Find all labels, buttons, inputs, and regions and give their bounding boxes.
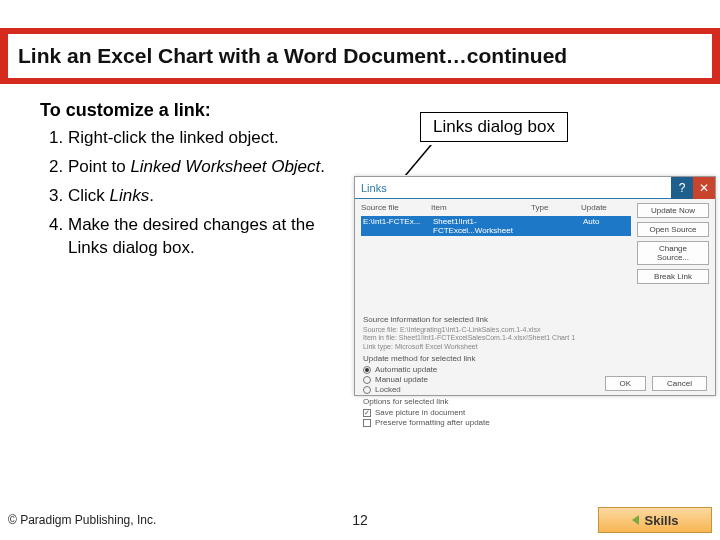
- help-icon[interactable]: ?: [671, 177, 693, 199]
- step-4: Make the desired changes at the Links di…: [68, 214, 350, 260]
- checkbox-icon: ✓: [363, 409, 371, 417]
- cancel-button[interactable]: Cancel: [652, 376, 707, 391]
- bg-frame-red: [140, 330, 182, 382]
- decorative-room: [0, 300, 260, 500]
- ok-button[interactable]: OK: [605, 376, 647, 391]
- step-3: Click Links.: [68, 185, 350, 208]
- dialog-footer: OK Cancel: [605, 376, 707, 391]
- step-1: Right-click the linked object.: [68, 127, 350, 150]
- bg-window: [0, 300, 120, 450]
- step-text-post: .: [320, 157, 325, 176]
- cell-item: Sheet1!Int1-FCTExcel...Worksheet: [433, 217, 533, 235]
- dialog-title: Links: [361, 182, 387, 194]
- check-save-picture[interactable]: ✓Save picture in document: [363, 408, 707, 417]
- check-preserve-formatting[interactable]: Preserve formatting after update: [363, 418, 707, 427]
- break-link-button[interactable]: Break Link: [637, 269, 709, 284]
- source-info-label: Source information for selected link: [363, 315, 707, 324]
- info-source-file: Source file: E:\Integrating1\Int1-C-Link…: [363, 326, 707, 334]
- radio-icon: [363, 366, 371, 374]
- step-text-em: Linked Worksheet Object: [130, 157, 320, 176]
- header-item: Item: [431, 203, 531, 212]
- bg-wall: [0, 260, 260, 460]
- open-source-button[interactable]: Open Source: [637, 222, 709, 237]
- title-band: Link an Excel Chart with a Word Document…: [0, 28, 720, 84]
- links-list: Source file Item Type Update E:\Int1-FCT…: [355, 199, 637, 313]
- radio-icon: [363, 376, 371, 384]
- update-method-label: Update method for selected link: [363, 354, 707, 363]
- info-item: Item in file: Sheet1!Int1-FCTExcelSalesC…: [363, 334, 707, 342]
- radio-label: Locked: [375, 385, 401, 394]
- slide-title: Link an Excel Chart with a Word Document…: [18, 44, 567, 68]
- step-text: Right-click the linked object.: [68, 128, 279, 147]
- content-block: To customize a link: Right-click the lin…: [40, 100, 350, 266]
- list-row-selected[interactable]: E:\Int1-FCTEx... Sheet1!Int1-FCTExcel...…: [361, 216, 631, 236]
- step-2: Point to Linked Worksheet Object.: [68, 156, 350, 179]
- bg-desk: [24, 454, 194, 466]
- title-band-inner: Link an Excel Chart with a Word Document…: [8, 34, 712, 78]
- bg-desk-leg: [178, 466, 182, 500]
- dialog-body: Source file Item Type Update E:\Int1-FCT…: [355, 199, 715, 313]
- header-type: Type: [531, 203, 581, 212]
- page-number: 12: [352, 512, 368, 528]
- dialog-lower: Source information for selected link Sou…: [355, 313, 715, 431]
- back-arrow-icon: [632, 515, 639, 525]
- dialog-window-controls: ? ✕: [671, 177, 715, 199]
- links-dialog: Links ? ✕ Source file Item Type Update E…: [354, 176, 716, 396]
- check-label: Save picture in document: [375, 408, 465, 417]
- bg-floor: [0, 426, 260, 460]
- radio-icon: [363, 386, 371, 394]
- header-update: Update: [581, 203, 621, 212]
- copyright: © Paradigm Publishing, Inc.: [8, 513, 156, 527]
- checkbox-icon: [363, 419, 371, 427]
- bg-frame-grey: [192, 340, 228, 380]
- radio-label: Manual update: [375, 375, 428, 384]
- close-icon[interactable]: ✕: [693, 177, 715, 199]
- step-text-em: Links: [110, 186, 150, 205]
- step-text-pre: Point to: [68, 157, 130, 176]
- list-headers: Source file Item Type Update: [361, 203, 631, 212]
- cell-source: E:\Int1-FCTEx...: [363, 217, 433, 235]
- cell-type: [533, 217, 583, 235]
- radio-label: Automatic update: [375, 365, 437, 374]
- info-link-type: Link type: Microsoft Excel Worksheet: [363, 343, 707, 351]
- cell-update: Auto: [583, 217, 623, 235]
- radio-automatic[interactable]: Automatic update: [363, 365, 707, 374]
- check-label: Preserve formatting after update: [375, 418, 490, 427]
- step-text: Make the desired changes at the Links di…: [68, 215, 315, 257]
- bg-desk-leg: [32, 466, 36, 500]
- slide: Link an Excel Chart with a Word Document…: [0, 0, 720, 540]
- update-now-button[interactable]: Update Now: [637, 203, 709, 218]
- bg-chair: [120, 444, 154, 490]
- header-source: Source file: [361, 203, 431, 212]
- step-text-pre: Click: [68, 186, 110, 205]
- callout-label: Links dialog box: [420, 112, 568, 142]
- steps-list: Right-click the linked object. Point to …: [40, 127, 350, 260]
- callout-leader-line: [405, 145, 490, 175]
- dialog-titlebar: Links ? ✕: [355, 177, 715, 199]
- subtitle: To customize a link:: [40, 100, 350, 121]
- dialog-side-buttons: Update Now Open Source Change Source... …: [637, 199, 715, 313]
- options-label: Options for selected link: [363, 397, 707, 406]
- skills-label: Skills: [645, 513, 679, 528]
- footer: © Paradigm Publishing, Inc. 12 Skills: [0, 500, 720, 540]
- change-source-button[interactable]: Change Source...: [637, 241, 709, 265]
- step-text-post: .: [149, 186, 154, 205]
- skills-button[interactable]: Skills: [598, 507, 712, 533]
